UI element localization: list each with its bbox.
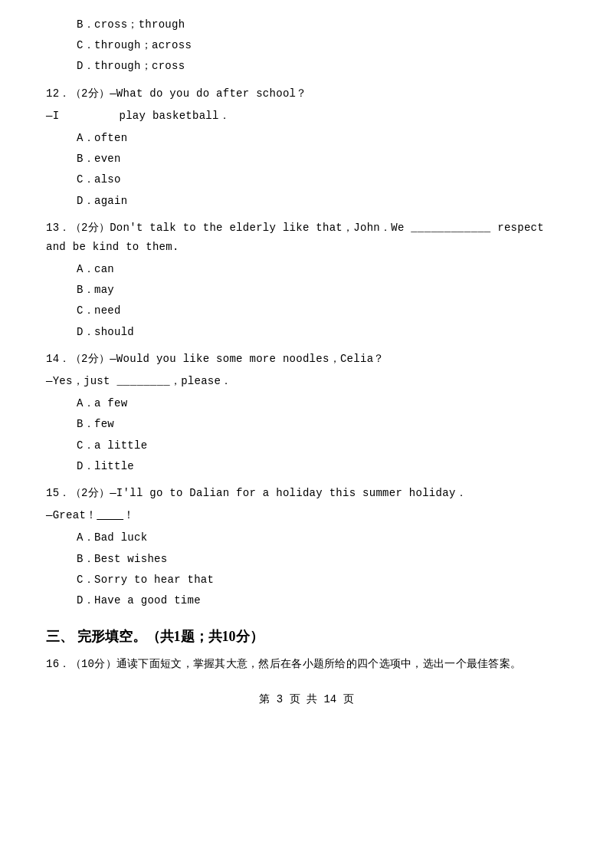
q11-option-d: D．through；cross (77, 57, 567, 76)
q12-continuation: —I play basketball． (46, 107, 567, 126)
question-15: 15．（2分）—I'll go to Dalian for a holiday … (46, 484, 567, 610)
q14-stem: 14．（2分）—Would you like some more noodles… (46, 350, 567, 369)
question-13: 13．（2分）Don't talk to the elderly like th… (46, 219, 567, 342)
q12-option-d: D．again (77, 192, 567, 211)
q16-stem: 16．（10分）通读下面短文，掌握其大意，然后在各小题所给的四个选项中，选出一个… (46, 655, 567, 674)
q12-option-a: A．often (77, 129, 567, 148)
q13-option-c: C．need (77, 301, 567, 321)
q14-option-c: C．a little (77, 436, 567, 455)
section-3-header: 三、 完形填空。（共1题；共10分） (46, 624, 567, 649)
question-14: 14．（2分）—Would you like some more noodles… (46, 350, 567, 476)
q13-option-a: A．can (77, 260, 567, 279)
q15-option-a: A．Bad luck (77, 528, 567, 547)
q14-option-d: D．little (77, 457, 567, 476)
question-16: 16．（10分）通读下面短文，掌握其大意，然后在各小题所给的四个选项中，选出一个… (46, 655, 567, 674)
q13-option-b: B．may (77, 281, 567, 300)
q12-option-b: B．even (77, 150, 567, 169)
q13-option-d: D．should (77, 323, 567, 342)
q14-continuation: —Yes，just ________，please． (46, 372, 567, 391)
q15-blank: ____ (97, 509, 123, 521)
q11-option-c: C．through；across (77, 36, 567, 55)
q11-options-bcd: B．cross；through C．through；across D．throu… (46, 15, 567, 77)
q12-stem: 12．（2分）—What do you do after school？ (46, 84, 567, 104)
page-footer: 第 3 页 共 14 页 (46, 690, 567, 709)
q15-stem: 15．（2分）—I'll go to Dalian for a holiday … (46, 484, 567, 503)
q15-option-c: C．Sorry to hear that (77, 570, 567, 590)
q13-stem: 13．（2分）Don't talk to the elderly like th… (46, 219, 567, 257)
section-3-title: 三、 完形填空。（共1题；共10分） (46, 624, 264, 649)
q15-option-d: D．Have a good time (77, 591, 567, 610)
page-number: 第 3 页 共 14 页 (259, 693, 353, 705)
q11-option-b: B．cross；through (77, 15, 567, 35)
q12-option-c: C．also (77, 170, 567, 189)
q15-option-b: B．Best wishes (77, 550, 567, 569)
q14-option-b: B．few (77, 415, 567, 434)
question-12: 12．（2分）—What do you do after school？ —I … (46, 84, 567, 211)
q15-continuation: —Great！____！ (46, 506, 567, 525)
q14-option-a: A．a few (77, 394, 567, 413)
